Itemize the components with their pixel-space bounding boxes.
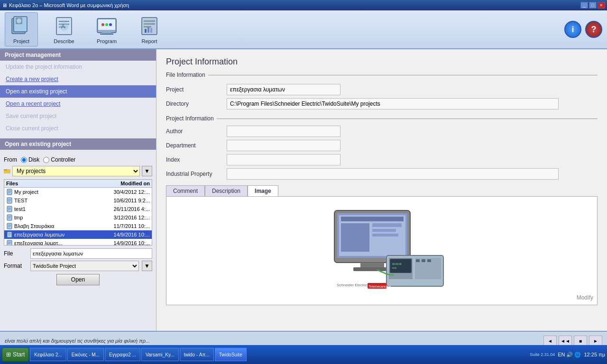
svg-rect-32 <box>8 200 11 200</box>
file-row[interactable]: My project 30/4/2012 12:... <box>4 188 152 196</box>
disk-radio[interactable] <box>21 157 27 163</box>
toolbar-info: i ? <box>564 21 602 38</box>
file-info-label: File Information <box>166 72 205 78</box>
svg-rect-28 <box>8 191 11 192</box>
about-btn[interactable]: ? <box>585 21 602 38</box>
title-bar-controls: _ □ ✕ <box>580 2 605 9</box>
directory-info-grid: Directory <box>166 98 598 109</box>
maximize-btn[interactable]: □ <box>589 2 597 9</box>
open-button[interactable]: Open <box>56 274 100 285</box>
folder-dropdown[interactable]: My projects <box>12 166 140 176</box>
svg-rect-59 <box>372 223 402 227</box>
project-input[interactable] <box>227 84 340 95</box>
main-layout: Project management Update the project in… <box>0 49 607 331</box>
controller-radio-label[interactable]: Controller <box>43 156 75 163</box>
taskbar-item[interactable]: twido - Απ... <box>180 348 214 361</box>
tab-image[interactable]: Image <box>248 185 278 196</box>
svg-rect-41 <box>8 218 10 218</box>
toolbar-report[interactable]: Report <box>133 13 166 46</box>
status-text: είναι πολύ απλή και δημιουργεί τις συνθή… <box>5 338 543 344</box>
tab-bar: Comment Description Image <box>166 185 598 196</box>
folder-dropdown-arrow[interactable]: ▼ <box>142 166 152 176</box>
svg-rect-35 <box>8 208 11 208</box>
format-select[interactable]: TwidoSuite Project <box>30 261 139 271</box>
svg-rect-61 <box>372 234 398 237</box>
department-label: Department <box>166 142 223 149</box>
files-col-header: Files <box>6 181 107 186</box>
project-icon <box>10 15 33 37</box>
format-dropdown-arrow[interactable]: ▼ <box>142 261 152 271</box>
file-list-container: Files Modified on My project 30/4/2012 1… <box>4 179 152 246</box>
close-btn[interactable]: ✕ <box>598 2 605 9</box>
report-icon <box>138 15 161 37</box>
sidebar-update-project: Update the project information <box>0 61 156 73</box>
svg-rect-51 <box>8 242 11 242</box>
modify-button[interactable]: Modify <box>577 294 593 301</box>
open-project-form: From Disk Controller My projects <box>0 154 156 288</box>
taskbar-item[interactable]: Εικόνες - Μ... <box>67 348 104 361</box>
file-row[interactable]: TEST 10/6/2011 9:2... <box>4 196 152 205</box>
taskbar-item[interactable]: Varsami_Κy... <box>141 348 179 361</box>
svg-rect-57 <box>341 217 404 221</box>
taskbar-item[interactable]: Εγγραφο2 ... <box>105 348 140 361</box>
controller-label: Controller <box>51 156 75 163</box>
svg-rect-60 <box>372 229 396 232</box>
sidebar-open-recent[interactable]: Open a recent project <box>0 98 156 110</box>
toolbar: Project A Describe Program Report i ? <box>0 10 607 49</box>
title-bar-left: 🖥 Κεφάλαιο 2ο – Microsoft Word με συμφων… <box>2 2 129 8</box>
from-label: From <box>4 156 17 163</box>
svg-rect-48 <box>8 234 11 235</box>
author-input[interactable] <box>227 126 340 137</box>
nav-stop-btn[interactable]: ■ <box>574 336 587 346</box>
sidebar: Project management Update the project in… <box>0 49 156 331</box>
taskbar-item[interactable]: Κεφάλαιο 2... <box>30 348 66 361</box>
file-row[interactable]: Βλαβη Σταυράκια 11/7/2011 10:... <box>4 222 152 230</box>
file-icon <box>6 206 13 212</box>
taskbar-items: Κεφάλαιο 2...Εικόνες - Μ...Εγγραφο2 ...V… <box>30 348 246 361</box>
file-row[interactable]: επεξεργασια λυματ... 14/9/2016 10:... <box>4 239 152 246</box>
directory-input[interactable] <box>227 98 559 109</box>
file-icon <box>6 240 13 246</box>
toolbar-describe[interactable]: A Describe <box>47 13 81 46</box>
industrial-property-input[interactable] <box>227 168 559 180</box>
svg-rect-23 <box>150 28 152 33</box>
file-input[interactable] <box>30 248 152 259</box>
taskbar-item[interactable]: TwidoSuite <box>215 348 247 361</box>
svg-point-14 <box>101 23 104 26</box>
index-input[interactable] <box>227 154 340 165</box>
start-button[interactable]: ⊞ Start <box>2 347 29 362</box>
index-label: Index <box>166 156 223 163</box>
disk-radio-label[interactable]: Disk <box>21 156 39 163</box>
toolbar-project[interactable]: Project <box>5 12 38 46</box>
file-info-divider: File Information <box>166 72 598 78</box>
tab-description[interactable]: Description <box>205 185 248 196</box>
sidebar-create-project[interactable]: Create a new project <box>0 73 156 85</box>
help-info-btn[interactable]: i <box>564 21 581 38</box>
project-management-title: Project management <box>0 49 156 61</box>
sidebar-open-existing[interactable]: Open an existing project <box>0 85 156 98</box>
svg-rect-25 <box>4 169 7 171</box>
file-info-line <box>208 75 598 75</box>
image-panel: 00:00:00 RUN Schneider Electric Telemeca… <box>166 196 598 305</box>
nav-buttons: ◄ ◄◄ ■ ► <box>543 336 602 346</box>
nav-back-btn[interactable]: ◄ <box>543 336 557 346</box>
controller-radio[interactable] <box>43 157 49 163</box>
index-grid: Index <box>166 154 598 165</box>
title-bar-text: Κεφάλαιο 2ο – Microsoft Word με συμφωνικ… <box>9 2 129 8</box>
lang-indicator: EN <box>558 352 565 357</box>
file-row[interactable]: tmp 3/12/2016 12:... <box>4 213 152 222</box>
svg-rect-19 <box>144 23 155 25</box>
tab-comment[interactable]: Comment <box>166 185 205 196</box>
file-row[interactable]: επεξεργασια λυματων 14/9/2016 10:... <box>4 230 152 239</box>
department-input[interactable] <box>227 140 340 151</box>
minimize-btn[interactable]: _ <box>580 2 588 9</box>
svg-rect-62 <box>360 263 384 267</box>
nav-fwd-btn[interactable]: ► <box>589 336 602 346</box>
toolbar-program[interactable]: Program <box>90 13 123 46</box>
file-row[interactable]: test1 26/11/2016 4:... <box>4 205 152 213</box>
folder-selector: My projects ▼ <box>4 166 152 176</box>
svg-rect-72 <box>422 259 425 262</box>
svg-rect-44 <box>8 226 11 226</box>
nav-back2-btn[interactable]: ◄◄ <box>559 336 572 346</box>
author-label: Author <box>166 128 223 135</box>
